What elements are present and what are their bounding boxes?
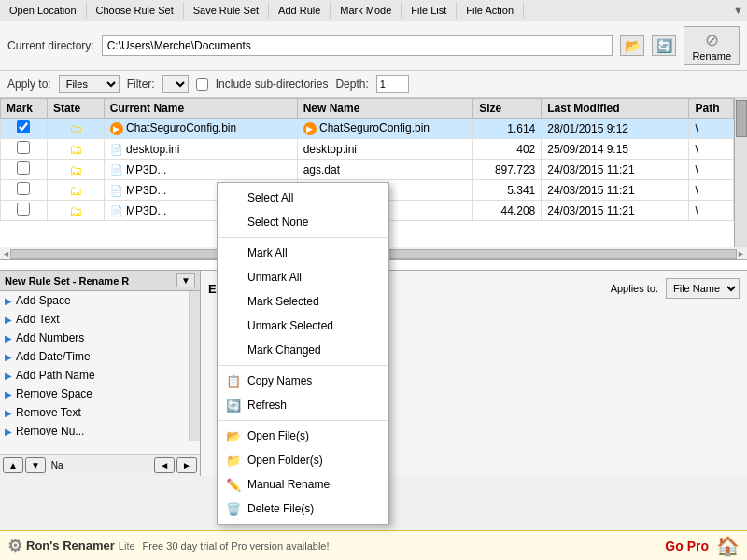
choose-rule-set-button[interactable]: Choose Rule Set (87, 2, 184, 19)
ctx-item-label: Unmark Selected (247, 319, 333, 332)
ctx-item-label: Open File(s) (247, 429, 309, 442)
context-menu-item-ctx-open-files[interactable]: 📂Open File(s) (218, 424, 388, 448)
rename-button[interactable]: ⊘ Rename (684, 26, 740, 65)
modified-cell: 24/03/2015 11:21 (542, 180, 689, 201)
rules-nav-right[interactable]: ► (176, 457, 197, 473)
applies-to-label: Applies to: (611, 283, 658, 294)
context-menu-item-ctx-manual-rename[interactable]: ✏️Manual Rename (218, 472, 388, 497)
include-subdirs-label: Include sub-directories (216, 77, 329, 91)
mark-checkbox[interactable] (17, 203, 30, 216)
rename-icon: ⊘ (705, 30, 719, 50)
col-header-path: Path (689, 99, 734, 119)
top-toolbar: Open Location Choose Rule Set Save Rule … (0, 0, 747, 21)
rules-list: ▶Add Space▶Add Text▶Add Numbers▶Add Date… (0, 291, 200, 454)
mark-cell (1, 180, 48, 201)
rule-label: Add Date/Time (16, 350, 91, 363)
doc-icon: 📄 (110, 164, 123, 175)
rule-item[interactable]: ▶Add Date/Time (0, 347, 189, 366)
context-menu-item-ctx-mark-changed[interactable]: Mark Changed (218, 338, 388, 362)
ctx-item-label: Select None (247, 216, 308, 229)
path-input[interactable] (102, 35, 613, 56)
context-menu-item-ctx-delete-files[interactable]: 🗑️Delete File(s) (218, 497, 388, 521)
rule-label: Remove Space (16, 387, 92, 400)
rules-expand-button[interactable]: ▼ (176, 273, 195, 287)
rules-scrollbar[interactable] (189, 291, 200, 441)
rules-panel: New Rule Set - Rename R ▼ ▶Add Space▶Add… (0, 271, 201, 476)
mark-cell (1, 160, 48, 180)
context-menu-item-ctx-open-folders[interactable]: 📁Open Folder(s) (218, 448, 388, 472)
folder-icon: 🗂 (69, 121, 82, 136)
mark-cell (1, 119, 48, 139)
new-name-cell: desktop.ini (297, 139, 473, 160)
context-menu-item-ctx-unmark-all[interactable]: Unmark All (218, 265, 388, 289)
file-list-button[interactable]: File List (402, 2, 457, 19)
state-cell: 🗂 (47, 160, 104, 180)
applies-to-select[interactable]: File Name Extension Both (666, 278, 740, 299)
open-location-button[interactable]: Open Location (0, 2, 87, 19)
context-menu-separator (218, 237, 388, 238)
rules-nav-left[interactable]: ◄ (154, 457, 175, 473)
filter-label: Filter: (127, 77, 155, 91)
file-action-button[interactable]: File Action (457, 2, 524, 19)
context-menu-item-ctx-refresh[interactable]: 🔄Refresh (218, 393, 388, 417)
rule-item[interactable]: ▶Remove Text (0, 403, 189, 422)
rule-item[interactable]: ▶Remove Nu... (0, 422, 189, 441)
rules-scroll-down[interactable]: ▼ (25, 457, 46, 473)
path-cell: \ (689, 139, 734, 160)
mark-checkbox[interactable] (17, 141, 30, 154)
rule-item[interactable]: ▶Add Numbers (0, 329, 189, 347)
refresh-path-button[interactable]: 🔄 (652, 35, 676, 56)
apply-to-label: Apply to: (7, 77, 51, 91)
rule-arrow: ▶ (5, 296, 12, 306)
rule-item[interactable]: ▶Remove Space (0, 385, 189, 403)
context-menu-item-ctx-mark-selected[interactable]: Mark Selected (218, 289, 388, 314)
ctx-item-label: Manual Rename (247, 478, 330, 491)
path-cell: \ (689, 201, 734, 221)
ctx-item-label: Unmark All (247, 271, 302, 284)
save-rule-set-button[interactable]: Save Rule Set (184, 2, 269, 19)
rule-item[interactable]: ▶Add Path Name (0, 366, 189, 385)
context-menu-item-ctx-unmark-selected[interactable]: Unmark Selected (218, 314, 388, 338)
ctx-item-label: Open Folder(s) (247, 454, 323, 467)
add-rule-button[interactable]: Add Rule (269, 2, 331, 19)
new-name-cell: ▶ ChatSeguroConfig.bin (297, 119, 473, 139)
filter-select[interactable] (162, 75, 189, 93)
state-cell: 🗂 (47, 119, 104, 139)
path-cell: \ (689, 180, 734, 201)
modified-cell: 24/03/2015 11:21 (542, 201, 689, 221)
rule-arrow: ▶ (5, 371, 12, 381)
ctx-item-icon (225, 342, 242, 358)
vlc-icon-new: ▶ (303, 122, 317, 135)
rules-col-header: Na (48, 460, 152, 470)
context-menu-item-ctx-copy-names[interactable]: 📋Copy Names (218, 369, 388, 393)
mark-mode-button[interactable]: Mark Mode (331, 2, 402, 19)
rule-item[interactable]: ▶Add Text (0, 310, 189, 329)
context-menu-item-ctx-select-none[interactable]: Select None (218, 210, 388, 234)
go-pro-button[interactable]: Go Pro (665, 539, 709, 553)
ctx-item-label: Copy Names (247, 374, 312, 387)
rename-label: Rename (692, 50, 731, 62)
rule-item[interactable]: ▶Add Space (0, 291, 189, 310)
include-subdirs-checkbox[interactable] (196, 78, 208, 91)
toolbar-scroll: ▼ (729, 2, 747, 19)
apply-to-select[interactable]: Files Folders Both (59, 75, 120, 93)
mark-checkbox[interactable] (17, 161, 30, 175)
depth-input[interactable] (376, 75, 409, 93)
col-header-modified: Last Modified (542, 99, 689, 119)
context-menu-item-ctx-mark-all[interactable]: Mark All (218, 241, 388, 265)
path-cell: \ (689, 119, 734, 139)
table-row[interactable]: 🗂▶ ChatSeguroConfig.bin▶ ChatSeguroConfi… (1, 119, 734, 139)
ctx-item-icon: 📁 (225, 452, 242, 469)
mark-checkbox[interactable] (17, 120, 30, 133)
col-header-mark: Mark (1, 99, 48, 119)
size-cell: 897.723 (473, 160, 542, 180)
context-menu-item-ctx-select-all[interactable]: Select All (218, 186, 388, 210)
table-row[interactable]: 🗂📄 desktop.inidesktop.ini40225/09/2014 9… (1, 139, 734, 160)
vertical-scrollbar[interactable] (734, 98, 747, 247)
mark-checkbox[interactable] (17, 182, 30, 195)
ctx-item-icon (225, 245, 242, 261)
browse-folder-button[interactable]: 📂 (620, 35, 644, 56)
ctx-item-icon (225, 293, 242, 310)
table-row[interactable]: 🗂📄 MP3D...ags.dat897.72324/03/2015 11:21… (1, 160, 734, 180)
rules-scroll-up[interactable]: ▲ (3, 457, 23, 473)
